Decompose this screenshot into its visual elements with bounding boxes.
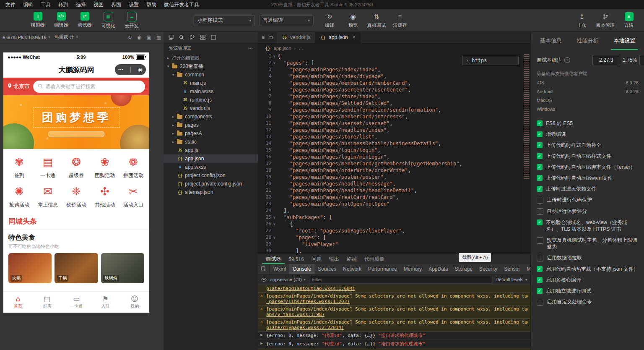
tree-item[interactable]: {}project.private.config.json: [164, 180, 258, 188]
app-grid-item[interactable]: ✂活动入口: [119, 185, 148, 209]
settings-option[interactable]: ✓启用独立域进行调试: [537, 287, 639, 294]
record-icon[interactable]: ◉: [137, 34, 141, 40]
cloud-dev-button[interactable]: ☁云开发: [120, 12, 143, 29]
settings-option[interactable]: ✓启用代码自动热重载（不支持 json 文件）: [537, 266, 639, 272]
devtools-tab-console[interactable]: Console: [289, 264, 314, 274]
simulator-button[interactable]: ▯模拟器: [26, 12, 49, 29]
devtools-tab-sensor[interactable]: Sensor: [501, 264, 523, 274]
close-icon[interactable]: ×: [352, 34, 355, 40]
checkbox-icon[interactable]: ✓: [537, 288, 543, 294]
devtools-tab-performance[interactable]: Performance: [365, 264, 400, 274]
checkbox-icon[interactable]: [537, 237, 543, 244]
devtools-tab-appdata[interactable]: AppData: [425, 264, 452, 274]
food-card[interactable]: 干锅: [55, 253, 98, 283]
settings-option[interactable]: ✓增强编译: [537, 131, 639, 138]
inspect-element-icon[interactable]: [258, 264, 270, 274]
settings-tab[interactable]: 本地设置: [611, 31, 638, 50]
food-card[interactable]: 铁锅炖: [101, 253, 144, 283]
info-icon[interactable]: ?: [564, 57, 570, 63]
source-link[interactable]: plate/haodiantoutiao.wxss:1:684): [266, 286, 355, 291]
eye-icon[interactable]: [261, 278, 267, 282]
debugger-tab[interactable]: 终端: [343, 254, 361, 264]
checkbox-icon[interactable]: [537, 208, 543, 215]
tree-item[interactable]: ▾220带直播: [164, 62, 258, 71]
settings-option[interactable]: ✓上传代码时样式自动补全: [537, 142, 639, 149]
fold-icon[interactable]: ∨: [271, 214, 278, 221]
expand-icon[interactable]: ▶: [260, 332, 266, 339]
editor-tab[interactable]: {}app.json×: [315, 31, 360, 43]
menu-item[interactable]: 工具: [37, 0, 55, 10]
debugger-tab[interactable]: 输出: [325, 254, 343, 264]
close-circle-icon[interactable]: ◉: [138, 67, 142, 73]
city-selector[interactable]: 北京市: [8, 83, 30, 90]
fold-icon[interactable]: ∨: [271, 221, 278, 227]
screenshot-icon[interactable]: ▣: [146, 34, 151, 40]
tree-item[interactable]: Wmain.wxss: [164, 87, 258, 96]
menu-item[interactable]: 编辑: [19, 0, 37, 10]
phone-tab-item[interactable]: ▤好店: [33, 292, 62, 313]
checkbox-icon[interactable]: ✓: [537, 277, 543, 283]
app-grid-item[interactable]: ❈砍价活动: [62, 185, 91, 209]
tree-item[interactable]: JSruntime.js: [164, 96, 258, 104]
checkbox-icon[interactable]: ✓: [537, 266, 543, 272]
library-version-select[interactable]: 2.27.3: [592, 55, 620, 65]
app-grid-item[interactable]: ❂超级券: [62, 155, 91, 179]
fold-icon[interactable]: ∨: [271, 234, 278, 241]
checkbox-icon[interactable]: ✓: [537, 153, 543, 159]
compile-button[interactable]: ↻编译: [318, 12, 341, 29]
expand-icon[interactable]: ▶: [260, 341, 266, 347]
checkbox-icon[interactable]: [537, 255, 543, 261]
source-link[interactable]: plate/diypages.wxss:2:22014): [266, 325, 344, 330]
app-grid-item[interactable]: ✣其他活动: [91, 185, 119, 209]
debugger-tab[interactable]: 调试器: [262, 254, 285, 264]
settings-tab[interactable]: 性能分析: [574, 31, 601, 50]
tree-item[interactable]: JSvendor.js: [164, 104, 258, 112]
checkbox-icon[interactable]: ✓: [537, 120, 543, 126]
app-grid-item[interactable]: ❀团购活动: [91, 155, 119, 179]
menu-item[interactable]: 文件: [2, 0, 19, 10]
more-icon[interactable]: •••: [118, 68, 123, 72]
devtools-tab-storage[interactable]: Storage: [452, 264, 476, 274]
checkbox-icon[interactable]: ✓: [537, 164, 543, 170]
settings-option[interactable]: ✓上传时过滤无依赖文件: [537, 185, 639, 192]
minimap[interactable]: [522, 53, 530, 254]
checkbox-icon[interactable]: ✓: [537, 186, 543, 192]
app-grid-item[interactable]: ❁拼团活动: [119, 155, 148, 179]
menu-item[interactable]: 选择: [72, 0, 90, 10]
source-link[interactable]: -parser/libs/trees.wxss:1:203): [266, 299, 350, 304]
phone-tab-item[interactable]: ⌂首页: [3, 292, 33, 313]
debugger-tab[interactable]: 问题: [308, 254, 325, 264]
checkbox-icon[interactable]: ✓: [537, 219, 543, 225]
devtools-tab-security[interactable]: Security: [476, 264, 501, 274]
settings-option[interactable]: ✓不校验合法域名、web-view（业务域名）、TLS 版本以及 HTTPS 证…: [537, 219, 639, 232]
devtools-tab-sources[interactable]: Sources: [314, 264, 340, 274]
fold-icon[interactable]: ∨: [271, 53, 278, 60]
menu-item[interactable]: 转到: [55, 0, 72, 10]
menu-item[interactable]: 设置: [125, 0, 143, 10]
console-output[interactable]: plate/haodiantoutiao.wxss:1:684)⚠[pages/…: [258, 285, 530, 350]
fold-icon[interactable]: ∨: [271, 60, 278, 66]
preview-button[interactable]: ◉预览: [341, 12, 365, 29]
find-widget[interactable]: › https: [462, 56, 519, 65]
source-control-icon[interactable]: [190, 34, 195, 40]
settings-option[interactable]: ✓启用多核心编译: [537, 277, 639, 283]
phone-tab-item[interactable]: ▭一卡通: [62, 292, 91, 313]
mode-select[interactable]: 小程序模式▾: [194, 15, 255, 26]
menu-item[interactable]: 界面: [107, 0, 125, 10]
compile-mode-select[interactable]: 普通编译▾: [259, 15, 314, 26]
editor-tab[interactable]: JSvendor.js: [277, 31, 315, 43]
tree-item[interactable]: {}project.config.json: [164, 171, 258, 180]
checkbox-icon[interactable]: [537, 299, 543, 306]
app-grid-item[interactable]: ✾签到: [5, 155, 34, 179]
phone-tab-item[interactable]: ☺我的: [120, 292, 149, 313]
settings-option[interactable]: ✓上传代码时自动压缩wxml文件: [537, 175, 639, 181]
settings-tab[interactable]: 基本信息: [538, 31, 564, 50]
new-file-icon[interactable]: [169, 35, 174, 40]
library-extra-control[interactable]: [639, 55, 644, 65]
tree-item[interactable]: {}app.json: [164, 154, 258, 163]
visualizer-button[interactable]: ▦可视化: [96, 12, 120, 29]
tree-item[interactable]: ▸pages: [164, 121, 258, 129]
source-link[interactable]: abs/v-tabs.wxss:1:98): [266, 312, 325, 317]
log-levels-select[interactable]: Default levels▾: [496, 277, 527, 282]
search-icon[interactable]: [179, 35, 184, 40]
